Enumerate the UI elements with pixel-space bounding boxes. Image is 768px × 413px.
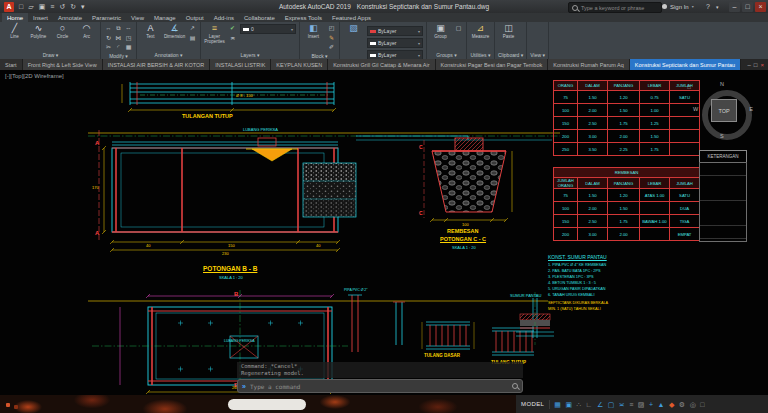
app-logo-icon[interactable]: A — [4, 2, 14, 12]
tool-polyline[interactable]: ∿Polyline — [28, 23, 49, 39]
tool-match-layer-icon[interactable]: ≍ — [228, 34, 237, 43]
ribbon-tab-featured-apps[interactable]: Featured Apps — [327, 13, 376, 22]
panel-label-draw[interactable]: Draw ▾ — [4, 51, 97, 59]
command-input[interactable]: » Type a command — [237, 379, 523, 393]
help-icon[interactable]: ? — [706, 3, 710, 10]
tool-mirror-icon[interactable]: ⋈ — [114, 34, 123, 43]
ribbon-tab-home[interactable]: Home — [2, 13, 28, 22]
status-annotation-icon[interactable]: ▲ — [658, 401, 665, 408]
panel-label-view[interactable]: View ▾ — [530, 51, 545, 59]
status-grid-icon[interactable]: ▦ — [554, 401, 561, 408]
file-tab-instalasi-air-bersih-air-kotor[interactable]: INSTALASI AIR BERSIH & AIR KOTOR — [103, 59, 211, 70]
file-tab-konstruksi-septictank-dan-sumur-pantau[interactable]: Konstruksi Septictank dan Sumur Pantau — [630, 59, 741, 70]
file-tab-konstruksi-pagar-besi-dan-pagar-tembok[interactable]: Konstruksi Pagar Besi dan Pagar Tembok — [436, 59, 549, 70]
undo-icon[interactable]: ↺ — [59, 3, 65, 10]
tool-leader-icon[interactable]: ↗ — [188, 24, 197, 33]
ribbon-tab-insert[interactable]: Insert — [28, 13, 53, 22]
panel-label-groups[interactable]: Groups ▾ — [430, 51, 463, 59]
compass-east[interactable]: E — [749, 106, 753, 112]
model-space-button[interactable]: MODEL — [521, 401, 544, 407]
ribbon-tab-manage[interactable]: Manage — [149, 13, 181, 22]
tool-trim-icon[interactable]: ✂ — [104, 43, 113, 52]
panel-label-block[interactable]: Block ▾ — [303, 52, 336, 60]
ribbon-tab-view[interactable]: View — [126, 13, 149, 22]
panel-label-clipboard[interactable]: Clipboard ▾ — [498, 51, 523, 59]
tool-ungroup-icon[interactable]: ▢ — [454, 24, 463, 33]
compass-south[interactable]: S — [720, 133, 724, 139]
panel-label-annotation[interactable]: Annotation ▾ — [140, 51, 197, 59]
close-button[interactable]: × — [755, 2, 766, 12]
open-file-icon[interactable]: ▱ — [28, 3, 33, 10]
save-icon[interactable]: ▣ — [39, 3, 46, 10]
redo-icon[interactable]: ↻ — [70, 3, 76, 10]
tool-edit-icon[interactable]: ✎ — [327, 34, 336, 43]
ribbon-tab-express-tools[interactable]: Express Tools — [280, 13, 327, 22]
apps-dropdown-icon[interactable]: ▾ — [716, 4, 719, 10]
drawing-restore-icon[interactable]: □ — [754, 62, 758, 68]
tool-group[interactable]: ▣Group — [430, 23, 451, 39]
tool-line[interactable]: ╱Line — [4, 23, 25, 39]
property-dropdown-0[interactable]: ByLayer▾ — [367, 26, 423, 36]
tool-table-icon[interactable]: ▤ — [188, 34, 197, 43]
plot-icon[interactable]: ≡ — [50, 3, 54, 10]
model-space-canvas[interactable]: [-][Top][2D Wireframe] — [0, 70, 768, 395]
restore-button[interactable]: □ — [742, 2, 753, 12]
tool-layer-properties[interactable]: ≡Layer Properties — [204, 23, 225, 44]
status-osnap-icon[interactable]: ▢ — [608, 401, 615, 408]
ribbon-tab-parametric[interactable]: Parametric — [87, 13, 126, 22]
status-isolate-icon[interactable]: ◎ — [690, 401, 696, 408]
tool-edit-attributes-icon[interactable]: ✐ — [327, 43, 336, 52]
view-cube[interactable]: ⌂ TOP N S W E — [696, 82, 752, 138]
command-search-icon[interactable] — [512, 383, 518, 389]
layer-dropdown[interactable]: 0▾ — [240, 24, 296, 34]
compass-north[interactable]: N — [720, 81, 724, 87]
status-dynamic-input-icon[interactable]: + — [649, 401, 653, 408]
property-dropdown-2[interactable]: ByLayer▾ — [367, 50, 423, 59]
sign-in-button[interactable]: Sign In ▾ — [662, 0, 694, 13]
ribbon-tab-annotate[interactable]: Annotate — [53, 13, 87, 22]
drawing-minimize-icon[interactable]: – — [748, 62, 751, 68]
status-lineweight-icon[interactable]: ≡ — [629, 401, 633, 408]
tool-fillet-icon[interactable]: ◜ — [114, 43, 123, 52]
tool-make-current-icon[interactable]: ✔ — [228, 24, 237, 33]
panel-label-layers[interactable]: Layers ▾ — [204, 51, 296, 59]
tool-move-icon[interactable]: ↔ — [104, 24, 113, 33]
status-otrack-icon[interactable]: ≍ — [619, 401, 625, 408]
minimize-button[interactable]: – — [729, 2, 740, 12]
viewcube-top-face[interactable]: TOP — [711, 99, 737, 122]
ribbon-tab-add-ins[interactable]: Add-ins — [209, 13, 239, 22]
tool-measure[interactable]: ⊿Measure — [470, 23, 491, 39]
file-tab-start[interactable]: Start — [0, 59, 23, 70]
tool-copy-icon[interactable]: ⧉ — [114, 24, 123, 33]
status-transparency-icon[interactable]: ▨ — [638, 401, 645, 408]
quick-access-dropdown-icon[interactable]: ▾ — [81, 3, 85, 10]
compass-west[interactable]: W — [693, 106, 698, 112]
tool-array-icon[interactable]: ▦ — [124, 43, 133, 52]
property-dropdown-1[interactable]: ByLayer▾ — [367, 38, 423, 48]
tool-rotate-icon[interactable]: ↻ — [104, 34, 113, 43]
help-search-input[interactable]: Type a keyword or phrase — [568, 2, 662, 13]
tool-circle[interactable]: ○Circle — [52, 23, 73, 39]
file-tab-instalasi-listrik[interactable]: INSTALASI LISTRIK — [210, 59, 271, 70]
file-tab-keyplan-kusen[interactable]: KEYPLAN KUSEN — [271, 59, 328, 70]
panel-label-utilities[interactable]: Utilities ▾ — [470, 51, 491, 59]
tool-create-icon[interactable]: ◰ — [327, 24, 336, 33]
ribbon-tab-collaborate[interactable]: Collaborate — [239, 13, 280, 22]
panel-label-modify[interactable]: Modify ▾ — [104, 52, 133, 60]
tool-text[interactable]: AText — [140, 23, 161, 39]
tool-match-properties[interactable]: ▧ — [343, 23, 364, 34]
status-infer-icon[interactable]: ∴ — [577, 401, 581, 408]
status-clean-screen-icon[interactable]: □ — [700, 401, 704, 408]
status-snap-icon[interactable]: ▣ — [565, 401, 572, 408]
status-ortho-icon[interactable]: ∟ — [586, 401, 593, 408]
tool-dimension[interactable]: ∡Dimension — [164, 23, 185, 39]
tool-insert[interactable]: ◧Insert — [303, 23, 324, 39]
status-polar-icon[interactable]: ∠ — [597, 401, 603, 408]
drawing-close-icon[interactable]: × — [760, 62, 764, 68]
ribbon-tab-output[interactable]: Output — [181, 13, 209, 22]
new-file-icon[interactable]: □ — [19, 3, 23, 10]
status-hardware-icon[interactable]: ◆ — [669, 401, 674, 408]
tool-arc[interactable]: ◠Arc — [76, 23, 97, 39]
tool-scale-icon[interactable]: ◳ — [124, 34, 133, 43]
file-tab-front-right-left-side-view[interactable]: Front Right & Left Side View — [23, 59, 103, 70]
